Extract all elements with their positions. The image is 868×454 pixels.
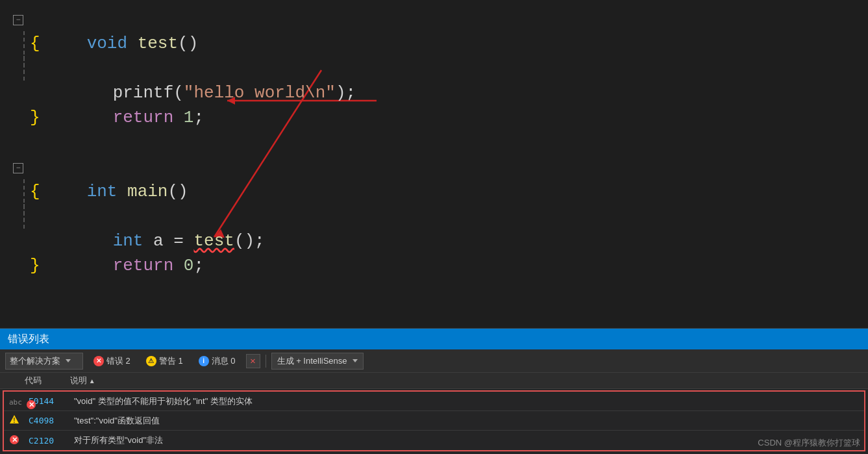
svg-text:✕: ✕ xyxy=(12,436,18,444)
build-label: 生成 + IntelliSense xyxy=(277,355,347,367)
build-dropdown[interactable]: 生成 + IntelliSense xyxy=(271,353,364,370)
brace-open-1: { xyxy=(30,31,40,56)
build-chevron-icon xyxy=(353,359,358,362)
code-line-11: } xyxy=(0,253,868,278)
svg-text:!: ! xyxy=(13,417,15,424)
table-row[interactable]: ✕ C2120 对于所有类型"void"非法 xyxy=(4,431,864,450)
code-line-8: { xyxy=(0,179,868,204)
error-toolbar: 整个解决方案 ✕ 错误 2 ⚠ 警告 1 i 消息 0 ✕ 生成 + Intel… xyxy=(0,349,868,373)
csdn-watermark: CSDN @程序猿教你打篮球 xyxy=(758,437,860,449)
scope-dropdown[interactable]: 整个解决方案 xyxy=(5,353,83,370)
code-editor[interactable]: − void test() { printf("hello world\n");… xyxy=(0,0,868,328)
row-desc-2: "test":"void"函数返回值 xyxy=(74,415,859,427)
code-line-3: printf("hello world\n"); xyxy=(0,56,868,81)
message-filter-button[interactable]: i 消息 0 xyxy=(193,354,241,368)
error-panel: 错误列表 整个解决方案 ✕ 错误 2 ⚠ 警告 1 i 消息 0 ✕ 生成 + … xyxy=(0,328,868,454)
fold-icon-2[interactable]: − xyxy=(13,163,23,173)
warning-filter-button[interactable]: ⚠ 警告 1 xyxy=(141,354,188,368)
row-desc-3: 对于所有类型"void"非法 xyxy=(74,435,859,446)
scope-chevron-icon xyxy=(66,359,71,362)
brace-close-1: } xyxy=(30,105,40,130)
row-code-2: C4098 xyxy=(29,416,74,425)
code-line-1: − void test() xyxy=(0,6,868,31)
row-desc-1: "void" 类型的值不能用于初始化 "int" 类型的实体 xyxy=(74,396,859,407)
error-circle-icon: ✕ xyxy=(93,356,104,366)
svg-text:✕: ✕ xyxy=(28,401,34,409)
code-line-5: } xyxy=(0,105,868,130)
info-circle-icon: i xyxy=(199,356,209,366)
table-row[interactable]: abc ✕ E0144 "void" 类型的值不能用于初始化 "int" 类型的… xyxy=(4,392,864,411)
code-line-blank xyxy=(0,130,868,155)
brace-close-2: } xyxy=(30,253,40,278)
error-rows-container: abc ✕ E0144 "void" 类型的值不能用于初始化 "int" 类型的… xyxy=(3,390,865,451)
code-line-7: − int main() xyxy=(0,155,868,179)
filter-icon[interactable]: ✕ xyxy=(246,354,260,368)
message-count-label: 消息 0 xyxy=(212,355,236,367)
code-line-2: { xyxy=(0,31,868,56)
error-panel-title: 错误列表 xyxy=(8,333,49,346)
row-warning-icon-2: ! xyxy=(9,414,29,427)
code-line-10: return 0; xyxy=(0,229,868,253)
col-desc-header[interactable]: 说明 xyxy=(70,375,863,386)
error-panel-header: 错误列表 xyxy=(0,329,868,349)
error-table-header: 代码 说明 xyxy=(0,373,868,389)
error-count-label: 错误 2 xyxy=(106,355,130,367)
fold-icon-1[interactable]: − xyxy=(13,15,23,25)
code-line-4: return 1; xyxy=(0,81,868,105)
warning-triangle-icon: ⚠ xyxy=(146,356,156,366)
warning-count-label: 警告 1 xyxy=(159,355,183,367)
error-filter-button[interactable]: ✕ 错误 2 xyxy=(88,354,136,368)
code-line-9: int a = test(); xyxy=(0,204,868,229)
col-icon-header xyxy=(5,375,25,386)
row-error-icon-1: abc ✕ xyxy=(9,396,29,407)
toolbar-divider xyxy=(266,355,266,368)
brace-open-2: { xyxy=(30,179,40,204)
row-error-icon-3: ✕ xyxy=(9,435,29,447)
col-code-header[interactable]: 代码 xyxy=(25,375,70,386)
scope-label: 整个解决方案 xyxy=(10,355,60,367)
table-row[interactable]: ! C4098 "test":"void"函数返回值 xyxy=(4,411,864,431)
row-code-3: C2120 xyxy=(29,436,74,446)
